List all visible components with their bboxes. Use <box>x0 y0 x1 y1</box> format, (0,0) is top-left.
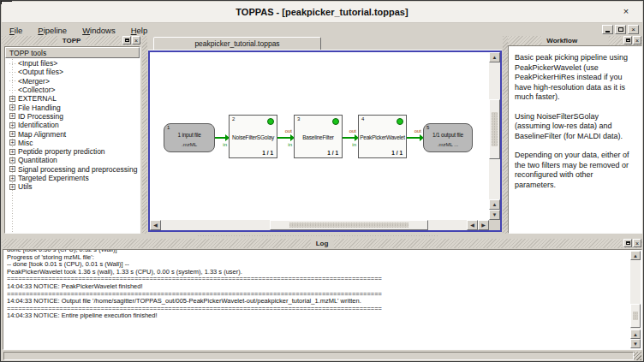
pipeline-canvas[interactable]: 1 1 input file .mzML in 2 NoiseFilterSGo… <box>148 50 502 232</box>
expand-icon[interactable]: + <box>9 96 15 102</box>
expand-icon[interactable]: + <box>9 149 15 155</box>
status-led-green <box>397 118 403 125</box>
expand-icon[interactable]: + <box>9 122 15 128</box>
workflow-description-panel[interactable]: Basic peak picking pipeline using PeakPi… <box>508 45 642 234</box>
tree-item-file-handling[interactable]: +File Handling <box>5 103 140 111</box>
tree-item-merger[interactable]: <Merger> <box>5 77 140 86</box>
pipeline-scene[interactable]: 1 1 input file .mzML in 2 NoiseFilterSGo… <box>150 52 489 220</box>
edge-noisefilter-to-baseline[interactable]: out in <box>277 132 294 144</box>
tree-item-id-processing[interactable]: +ID Processing <box>5 112 140 121</box>
edge-out-label: out <box>285 128 292 134</box>
topp-dock-header[interactable]: TOPP × <box>2 36 141 45</box>
expand-icon[interactable]: + <box>9 166 15 172</box>
menu-help[interactable]: Help <box>123 26 156 35</box>
log-line: 14:04:33 NOTICE: Entire pipeline executi… <box>7 312 629 320</box>
edge-line <box>407 137 420 139</box>
node-peakpickerwavelet[interactable]: 4 PeakPickerWavelet 1 / 1 <box>358 115 407 158</box>
scroll-left-icon[interactable]: ◀ <box>467 220 478 230</box>
tree-item-peptide-property-prediction[interactable]: +Peptide property prediction <box>5 147 140 156</box>
tree-item-utils[interactable]: +Utils <box>5 182 140 191</box>
node-title: PeakPickerWavelet <box>359 134 406 140</box>
splitter-left[interactable] <box>142 36 147 234</box>
expand-icon[interactable]: + <box>9 184 15 190</box>
edge-input-to-noisefilter[interactable]: in <box>215 132 229 144</box>
tree-item-targeted-experiments[interactable]: +Targeted Experiments <box>5 174 140 182</box>
expand-icon[interactable]: + <box>9 139 15 145</box>
edge-line <box>277 137 291 139</box>
expand-icon[interactable]: + <box>9 157 15 163</box>
scroll-up-icon[interactable]: ▲ <box>489 52 500 62</box>
restore-icon <box>618 27 623 32</box>
expand-icon[interactable]: + <box>9 113 15 119</box>
tree-item-misc[interactable]: +Misc <box>5 139 140 147</box>
expand-icon[interactable]: + <box>9 175 15 181</box>
tree-item-quantitation[interactable]: +Quantitation <box>5 156 140 164</box>
log-dock-float-button[interactable] <box>623 239 632 247</box>
node-baselinefilter[interactable]: 3 BaselineFilter 1 / 1 <box>294 115 343 158</box>
scroll-right-icon[interactable]: ▶ <box>478 220 489 230</box>
tree-item-input-files[interactable]: <Input files> <box>5 59 140 68</box>
description-paragraph: Depending on your data, either of the tw… <box>515 151 635 190</box>
scroll-left-icon[interactable]: ◀ <box>150 220 161 230</box>
edge-baseline-to-peakpicker[interactable]: out in <box>343 132 358 144</box>
log-dock-header[interactable]: Log × <box>2 239 642 248</box>
mdi-close-button[interactable]: × <box>628 25 639 34</box>
scrollbar-thumb[interactable] <box>630 304 641 328</box>
description-dock-float-button[interactable] <box>623 36 632 45</box>
scroll-down-icon[interactable]: ▼ <box>489 210 500 220</box>
log-dock-close-button[interactable]: × <box>633 239 641 247</box>
menu-file[interactable]: File <box>2 26 30 35</box>
description-dock-close-button[interactable]: × <box>633 36 641 45</box>
edge-in-label: in <box>352 142 356 147</box>
node-title: BaselineFilter <box>295 134 342 140</box>
window-close-icon[interactable]: × <box>620 6 632 16</box>
menu-pipeline[interactable]: Pipeline <box>30 26 75 35</box>
log-vertical-scrollbar[interactable]: ▲ ▲ ▼ <box>630 251 641 348</box>
node-progress: 1 / 1 <box>327 150 338 156</box>
node-noisefiltersgolay[interactable]: 2 NoiseFilterSGolay 1 / 1 <box>229 115 277 158</box>
node-title: 1/1 output file <box>424 132 472 138</box>
scrollbar-thumb[interactable] <box>489 99 500 159</box>
mdi-minimize-button[interactable] <box>602 25 613 34</box>
tree-item-output-files[interactable]: <Output files> <box>5 68 140 76</box>
tree-item-collector[interactable]: <Collector> <box>5 86 140 94</box>
scroll-up-icon[interactable]: ▲ <box>630 329 641 339</box>
node-input-file[interactable]: 1 1 input file .mzML <box>164 123 215 152</box>
topp-dock-close-button[interactable]: × <box>132 36 140 45</box>
description-dock-header[interactable]: Workflow Description × <box>508 36 642 45</box>
menu-windows[interactable]: Windows <box>75 26 123 35</box>
expand-icon[interactable]: + <box>9 104 15 110</box>
tree-item-map-alignment[interactable]: +Map Alignment <box>5 129 140 138</box>
canvas-horizontal-scrollbar[interactable]: ◀ ◀ ▶ <box>150 220 489 230</box>
topp-dock-float-button[interactable] <box>122 36 131 45</box>
edge-peakpicker-to-output[interactable]: out <box>407 132 423 144</box>
canvas-vertical-scrollbar[interactable]: ▲ ▲ ▼ <box>489 52 500 220</box>
menu-bar: File Pipeline Windows Help × <box>2 24 642 36</box>
window-title: TOPPAS - [peakpicker_tutorial.toppas] <box>2 7 642 17</box>
scroll-up-icon[interactable]: ▲ <box>489 199 500 210</box>
scroll-up-icon[interactable]: ▲ <box>630 251 641 260</box>
minimize-icon <box>605 31 610 33</box>
expand-icon[interactable]: + <box>9 131 15 137</box>
tree-item-signal-processing[interactable]: +Signal processing and preprocessing <box>5 165 140 174</box>
scroll-down-icon[interactable]: ▼ <box>630 339 641 348</box>
float-icon <box>626 39 630 42</box>
tree-branch <box>9 80 15 81</box>
edge-out-label: out <box>349 128 356 134</box>
topp-tools-header[interactable]: TOPP tools <box>5 47 140 58</box>
node-number: 4 <box>361 116 364 122</box>
log-panel[interactable]: done [took 0.50 s (CPU), 0.52 s (Wall)] … <box>3 249 642 350</box>
float-icon <box>125 39 129 42</box>
tree-item-external[interactable]: +EXTERNAL <box>5 94 140 103</box>
resize-grip[interactable] <box>634 352 641 360</box>
scrollbar-thumb[interactable] <box>270 220 428 230</box>
mdi-window-buttons: × <box>602 25 639 34</box>
node-subtitle: .mzML <box>164 142 214 147</box>
tab-peakpicker-tutorial[interactable]: peakpicker_tutorial.toppas <box>153 37 321 50</box>
splitter-horizontal[interactable] <box>198 234 438 238</box>
node-output-file[interactable]: 5 1/1 output file .mzML ... <box>423 123 473 152</box>
topp-tools-panel: TOPP tools <Input files> <Output files> … <box>4 46 140 234</box>
mdi-restore-button[interactable] <box>615 25 626 34</box>
tree-item-identification[interactable]: +Identification <box>5 121 140 129</box>
float-icon <box>626 241 630 245</box>
